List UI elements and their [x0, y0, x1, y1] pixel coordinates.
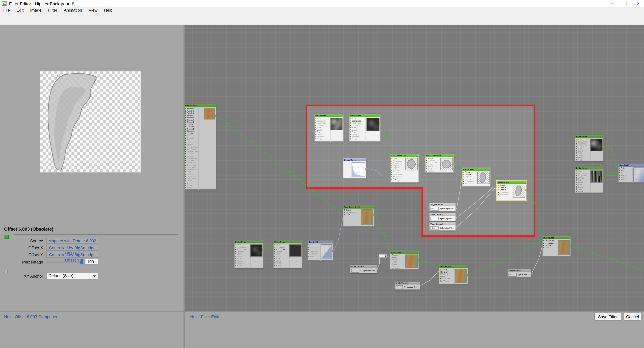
node-row-squash-chaos[interactable]: Squash Chaos	[185, 157, 198, 159]
yellow-port-icon[interactable]	[350, 118, 351, 119]
percentage-slider-track[interactable]	[46, 262, 83, 263]
yellow-port-icon[interactable]	[440, 269, 441, 270]
wire-perlin5-to-gain[interactable]	[604, 145, 618, 168]
yellow-port-icon[interactable]	[390, 264, 392, 265]
node-row-invert[interactable]: Invert	[618, 178, 632, 181]
gray-port-icon[interactable]	[350, 132, 351, 133]
menu-edit[interactable]: Edit	[13, 7, 27, 13]
node-blend[interactable]: Blend 6.003ForegroundBackgroundOpacityMo…	[542, 236, 571, 257]
gray-port-icon[interactable]	[185, 178, 186, 179]
green-port-icon[interactable]	[315, 125, 316, 126]
node-row-opacity[interactable]: Opacity	[542, 244, 558, 246]
node-row-profile[interactable]: Profile	[234, 264, 250, 266]
wire-perlin6-to-gain-minimum[interactable]	[604, 175, 619, 177]
blue-port-icon[interactable]	[350, 138, 351, 139]
green-port-icon[interactable]	[235, 251, 236, 252]
green-port-icon[interactable]	[391, 172, 392, 173]
control-value-input[interactable]: -0,15	[430, 226, 439, 230]
green-port-icon[interactable]	[185, 110, 186, 111]
node-rotate2[interactable]: Rotate 6.003SourceRotationOrigin XOrigin…	[439, 265, 468, 284]
wire-sliderctrl2-to-blend-opacity[interactable]	[532, 245, 543, 273]
gray-port-icon[interactable]	[344, 212, 345, 213]
node-row-rotation-chaos[interactable]: Rotation Chaos	[185, 151, 198, 153]
output-arrow-icon[interactable]	[420, 285, 422, 287]
node-row-stretch[interactable]: Stretch	[576, 181, 590, 183]
green-port-icon[interactable]	[185, 162, 186, 163]
node-row-tint-mode[interactable]: Tint Mode	[185, 171, 198, 173]
gray-port-icon[interactable]	[185, 174, 186, 175]
node-row-particle-5[interactable]: Particle 5	[185, 117, 198, 119]
gray-port-icon[interactable]	[274, 254, 275, 255]
node-row-radius[interactable]: Radius	[390, 162, 406, 164]
node-row-source[interactable]: Source	[426, 158, 441, 159]
offset-y-value-link[interactable]: Controlled by BigSmudge Offset Y	[46, 252, 98, 258]
node-row-scale[interactable]: Scale	[576, 179, 590, 181]
gray-port-icon[interactable]	[185, 180, 186, 181]
node-row-bevel[interactable]: Bevel	[390, 178, 406, 180]
yellow-port-icon[interactable]	[426, 158, 427, 159]
node-row-particle-3[interactable]: Particle 3	[185, 112, 198, 114]
node-row-opacity-chaos[interactable]: Opacity Chaos	[185, 146, 198, 148]
node-row-xy-anchor[interactable]: XY Anchor	[498, 193, 512, 195]
node-row-background[interactable]: Background	[234, 246, 250, 248]
node-row-noise[interactable]: Noise	[274, 244, 289, 246]
node-row-h-chaos[interactable]: H Chaos	[185, 153, 198, 155]
menu-filter[interactable]: Filter	[45, 7, 60, 13]
node-row-scale[interactable]: Scale	[350, 126, 365, 129]
green-port-icon[interactable]	[274, 249, 275, 250]
node-row-scale[interactable]: Scale	[390, 256, 405, 259]
node-row-profile[interactable]: Profile	[274, 264, 289, 266]
green-port-icon[interactable]	[440, 278, 441, 279]
node-row-angle[interactable]: Angle	[576, 184, 590, 186]
gray-port-icon[interactable]	[315, 127, 316, 128]
preview-image[interactable]	[40, 71, 141, 172]
node-row-squash[interactable]: Squash	[390, 259, 405, 261]
green-port-icon[interactable]	[185, 124, 186, 125]
node-row-xy-anchor[interactable]: XY Anchor	[390, 176, 406, 178]
yellow-port-icon[interactable]	[235, 244, 236, 245]
node-row-color[interactable]: Color	[390, 158, 406, 160]
yellow-port-icon[interactable]	[350, 120, 351, 121]
green-port-icon[interactable]	[619, 177, 620, 178]
node-row-invert[interactable]: Invert	[308, 255, 320, 257]
node-row-source[interactable]: Source	[343, 209, 360, 211]
output-arrow-icon[interactable]	[532, 273, 533, 274]
gray-port-icon[interactable]	[315, 134, 316, 135]
node-row-chance-2[interactable]: Chance 2	[185, 121, 198, 123]
node-row-origin-x[interactable]: Origin X	[390, 261, 405, 263]
node-row-rotation[interactable]: Rotation	[185, 137, 198, 139]
blue-port-icon[interactable]	[315, 138, 316, 139]
green-port-icon[interactable]	[308, 244, 309, 245]
yellow-port-icon[interactable]	[498, 185, 499, 186]
node-row-bias[interactable]: Bias	[308, 244, 320, 246]
node-row-chance-4[interactable]: Chance 4	[185, 126, 198, 128]
gray-port-icon[interactable]	[426, 171, 427, 172]
node-row-details[interactable]: Details	[350, 133, 365, 135]
green-port-icon[interactable]	[308, 249, 309, 250]
gray-port-icon[interactable]	[235, 254, 236, 255]
node-row-layer-order[interactable]: Layer Order	[185, 175, 198, 178]
node-perlin3[interactable]: Perlin NoiseNoiseBackgroundRoughnessCont…	[234, 240, 264, 268]
node-row-angle[interactable]: Angle	[350, 131, 365, 133]
node-row-xy-anchor[interactable]: XY Anchor	[462, 183, 478, 185]
node-row-particle-2[interactable]: Particle 2	[185, 110, 198, 112]
yellow-port-icon[interactable]	[463, 172, 464, 173]
node-row-depth-map[interactable]: Depth Map	[185, 166, 198, 168]
gray-port-icon[interactable]	[235, 263, 236, 264]
yellow-port-icon[interactable]	[315, 118, 316, 119]
control-value-input[interactable]: 50	[508, 273, 517, 277]
node-row-gain[interactable]: Gain	[618, 167, 632, 169]
node-row-contrast[interactable]: Contrast	[234, 251, 250, 253]
control-value-input[interactable]: -0,14	[430, 217, 439, 220]
node-anglectrl2[interactable]: Angle Control7°Background Rota...	[394, 281, 420, 290]
yellow-port-icon[interactable]	[463, 176, 464, 177]
yellow-port-icon[interactable]	[440, 271, 441, 272]
node-row-roughness[interactable]: Roughness	[576, 175, 590, 177]
node-row-squash[interactable]: Squash	[390, 171, 406, 173]
node-row-stretch[interactable]: Stretch	[426, 165, 441, 167]
menu-help[interactable]: Help	[101, 7, 116, 13]
gray-port-icon[interactable]	[274, 256, 275, 257]
node-row-roughness[interactable]: Roughness	[185, 164, 198, 166]
output-arrow-icon[interactable]	[571, 245, 572, 246]
node-row-variation[interactable]: Variation	[350, 135, 365, 138]
